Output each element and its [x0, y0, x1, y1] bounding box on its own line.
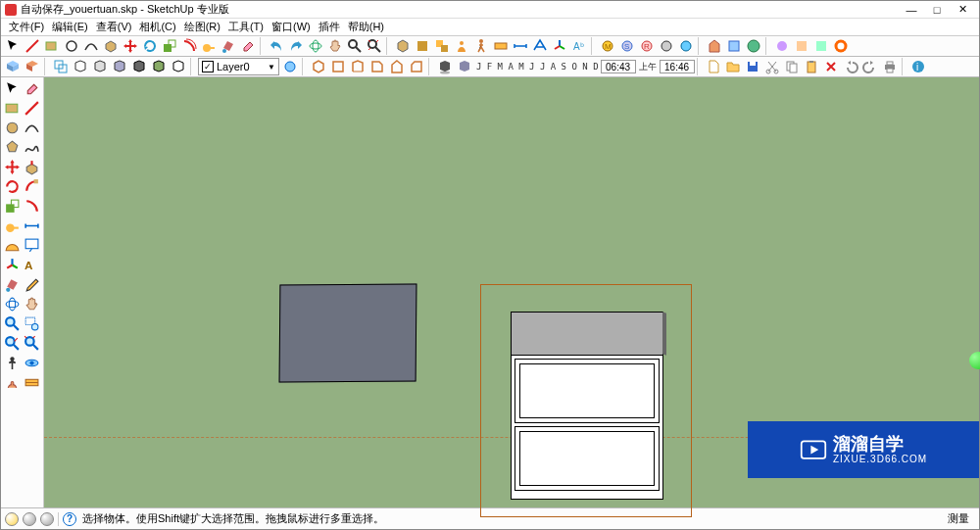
zoom-tool-2[interactable]	[3, 314, 22, 333]
zoom-tool[interactable]	[346, 37, 364, 55]
layer-visible-checkbox[interactable]: ✓	[202, 61, 214, 72]
dimension-tool-2[interactable]	[23, 217, 41, 235]
look-around-tool[interactable]	[23, 354, 41, 372]
view-top-icon[interactable]	[329, 58, 347, 75]
status-orb-2[interactable]	[23, 512, 36, 526]
delete-icon[interactable]	[822, 58, 840, 75]
dimension-tool[interactable]	[512, 37, 529, 55]
axes-tool[interactable]	[551, 37, 568, 55]
menu-draw[interactable]: 绘图(R)	[180, 20, 224, 34]
tape-measure-tool[interactable]	[3, 217, 22, 235]
tex-icon[interactable]	[150, 58, 168, 75]
rectangle-tool[interactable]	[43, 37, 61, 55]
iso-view-button[interactable]	[394, 37, 412, 55]
position-camera-tool[interactable]	[3, 354, 22, 372]
zoom-window-tool[interactable]	[23, 314, 41, 333]
backedges-icon[interactable]	[72, 58, 89, 75]
paint-tool-2[interactable]	[3, 275, 22, 294]
style-mono[interactable]	[677, 37, 695, 55]
model-cabinet[interactable]	[511, 312, 663, 500]
style-wireframe[interactable]: M	[599, 37, 616, 55]
save-file-icon[interactable]	[744, 58, 761, 75]
status-orb-1[interactable]	[5, 512, 19, 526]
zoom-extents-tool[interactable]	[366, 37, 383, 55]
component-button[interactable]	[414, 37, 431, 55]
move-tool[interactable]	[122, 37, 139, 55]
redo-icon[interactable]	[861, 58, 879, 75]
sandbox-icon[interactable]	[4, 58, 22, 75]
circle-tool-2[interactable]	[3, 119, 22, 137]
cut-icon[interactable]	[763, 58, 781, 75]
person-icon[interactable]	[453, 37, 470, 55]
eraser-tool-2[interactable]	[23, 79, 41, 98]
axes-tool-2[interactable]	[3, 256, 22, 274]
layer-selector[interactable]: ✓ ▼	[198, 58, 279, 75]
circle-tool[interactable]	[63, 37, 80, 55]
style-shaded[interactable]: R	[638, 37, 656, 55]
pushpull-tool[interactable]	[102, 37, 120, 55]
arc-tool[interactable]	[82, 37, 100, 55]
warehouse-button[interactable]	[706, 37, 723, 55]
help-icon[interactable]: ?	[63, 512, 76, 526]
geo-button[interactable]	[745, 37, 762, 55]
plugin-icon-1[interactable]	[793, 37, 810, 55]
plugin-icon-3[interactable]	[832, 37, 850, 55]
rect-tool-2[interactable]	[3, 99, 22, 118]
select-tool-2[interactable]	[3, 79, 22, 98]
menu-window[interactable]: 窗口(W)	[268, 20, 315, 34]
menu-camera[interactable]: 相机(C)	[135, 20, 179, 34]
style-tex[interactable]	[658, 37, 675, 55]
select-tool[interactable]	[4, 37, 22, 55]
zoom-prev-tool[interactable]	[3, 334, 22, 353]
eraser-tool[interactable]	[239, 37, 257, 55]
maximize-button[interactable]: □	[924, 1, 950, 19]
info-icon[interactable]: i	[909, 58, 927, 75]
zoom-extents-tool-2[interactable]	[23, 334, 41, 353]
text-tool-2[interactable]	[23, 236, 41, 255]
line-tool-2[interactable]	[23, 99, 41, 118]
extension-button[interactable]	[725, 37, 743, 55]
3dtext-tool[interactable]: Aᵇ	[570, 37, 588, 55]
hidden-icon[interactable]	[111, 58, 128, 75]
rotate-tool-2[interactable]	[3, 177, 22, 196]
shaded-icon[interactable]	[130, 58, 148, 75]
xray-icon[interactable]	[52, 58, 70, 75]
model-shape-rect[interactable]	[279, 284, 416, 382]
polygon-tool[interactable]	[3, 138, 22, 157]
arc-tool-2[interactable]	[23, 119, 41, 137]
move-tool-2[interactable]	[3, 158, 22, 176]
fog-icon[interactable]	[456, 58, 473, 75]
view-right-icon[interactable]	[368, 58, 386, 75]
menu-plugins[interactable]: 插件	[315, 20, 344, 34]
time-field-2[interactable]: 16:46	[660, 60, 695, 73]
menu-help[interactable]: 帮助(H)	[344, 20, 388, 34]
open-file-icon[interactable]	[724, 58, 742, 75]
pushpull-tool-2[interactable]	[23, 158, 41, 176]
copy-icon[interactable]	[783, 58, 801, 75]
viewport[interactable]: 溜溜自学 ZIXUE.3D66.COM	[44, 77, 979, 507]
scale-tool[interactable]	[161, 37, 178, 55]
minimize-button[interactable]: —	[899, 1, 924, 19]
mono-icon[interactable]	[170, 58, 187, 75]
time-field[interactable]: 06:43	[601, 60, 636, 73]
close-button[interactable]: ✕	[950, 1, 975, 19]
print-icon[interactable]	[881, 58, 899, 75]
style-hidden[interactable]: S	[618, 37, 636, 55]
view-iso-icon[interactable]	[310, 58, 327, 75]
line-tool[interactable]	[24, 37, 41, 55]
pan-tool[interactable]	[326, 37, 344, 55]
protractor-tool[interactable]	[3, 236, 22, 255]
side-handle[interactable]	[969, 352, 980, 369]
offset-tool[interactable]	[180, 37, 198, 55]
undo-icon[interactable]	[842, 58, 859, 75]
walk-tool[interactable]	[472, 37, 490, 55]
paste-icon[interactable]	[803, 58, 820, 75]
status-orb-3[interactable]	[40, 512, 54, 526]
layer-manager-icon[interactable]	[281, 58, 299, 75]
offset-tool-2[interactable]	[23, 197, 41, 216]
followme-tool[interactable]	[23, 177, 41, 196]
paint-tool[interactable]	[220, 37, 237, 55]
tape-tool[interactable]	[200, 37, 218, 55]
freehand-tool[interactable]	[23, 138, 41, 157]
menu-edit[interactable]: 编辑(E)	[48, 20, 92, 34]
